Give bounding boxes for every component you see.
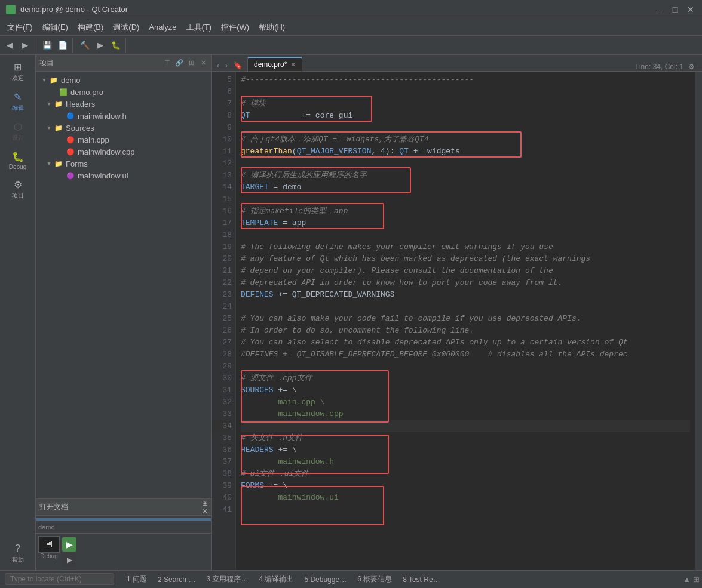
tree-item-mainwindow-cpp[interactable]: 🔴 mainwindow.cpp <box>36 146 211 158</box>
menu-analyze[interactable]: Analyze <box>144 20 181 34</box>
menu-tools[interactable]: 工具(T) <box>182 20 217 35</box>
new-file-button[interactable]: 📄 <box>56 38 70 53</box>
status-tab-problems[interactable]: 1 问题 <box>122 572 152 587</box>
tree-folder-forms[interactable]: ▼ 📁 Forms <box>36 158 211 170</box>
close-button[interactable]: ✕ <box>685 4 696 15</box>
open-files-expand-icon[interactable]: ⊞ <box>202 499 208 507</box>
code-line-37: mainwindow.h <box>241 456 690 468</box>
filter-icon[interactable]: ⊤ <box>163 59 172 68</box>
line-num-28: 28 <box>212 349 232 361</box>
headers-folder-icon: 📁 <box>54 99 63 109</box>
line-num-38: 38 <box>212 468 232 480</box>
code-line-33: mainwindow.cpp <box>241 408 690 420</box>
code-editor: 5678910111213141516171819202122232425262… <box>212 72 702 570</box>
open-files-header: 打开文档 ⊞ ✕ <box>36 499 211 516</box>
tree-folder-sources[interactable]: ▼ 📁 Sources <box>36 122 211 134</box>
sidebar-item-edit[interactable]: ✎ 编辑 <box>4 87 32 116</box>
welcome-icon: ⊞ <box>12 61 24 73</box>
run-play-button[interactable]: ▶ <box>62 537 76 552</box>
run-controls: ▶ ▶ 🔨 <box>62 537 76 570</box>
link-icon[interactable]: 🔗 <box>174 59 184 68</box>
menubar: 文件(F) 编辑(E) 构建(B) 调试(D) Analyze 工具(T) 控件… <box>0 19 702 36</box>
code-content[interactable]: #---------------------------------------… <box>236 72 695 570</box>
project-header-icons: ⊤ 🔗 ⊞ ✕ <box>163 59 208 68</box>
debug-run-button[interactable]: 🐛 <box>109 38 123 53</box>
sidebar-item-debug[interactable]: 🐛 Debug <box>4 147 32 174</box>
left-sidebar: ⊞ 欢迎 ✎ 编辑 ⬡ 设计 🐛 Debug ⚙ 项目 ? 帮助 <box>0 55 36 570</box>
tab-info: Line: 34, Col: 1 ⚙ <box>635 63 700 71</box>
code-line-31: SOURCES += \ <box>241 384 690 396</box>
status-tab-compile[interactable]: 4 编译输出 <box>254 572 298 587</box>
sidebar-item-help[interactable]: ? 帮助 <box>4 539 32 568</box>
tree-item-demo-pro[interactable]: 🟩 demo.pro <box>36 86 211 98</box>
sidebar-item-project[interactable]: ⚙ 项目 <box>4 175 32 204</box>
locator-input[interactable] <box>5 573 114 585</box>
menu-debug[interactable]: 调试(D) <box>108 20 144 35</box>
tab-label-demo-pro: demo.pro* <box>254 60 287 69</box>
menu-edit[interactable]: 编辑(E) <box>38 20 73 35</box>
menu-controls[interactable]: 控件(W) <box>216 20 254 35</box>
tree-folder-headers[interactable]: ▼ 📁 Headers <box>36 98 211 110</box>
editor-settings-icon[interactable]: ⚙ <box>688 63 695 71</box>
project-panel-title: 项目 <box>39 58 163 68</box>
code-line-16: # 指定makefile的类型，app <box>241 205 690 217</box>
minimize-button[interactable]: ─ <box>654 4 665 15</box>
run-step-button[interactable]: ▶ <box>62 553 76 567</box>
run-step-icon: ▶ <box>67 556 72 564</box>
cursor-position: Line: 34, Col: 1 <box>635 63 683 71</box>
back-button[interactable]: ◀ <box>2 38 17 53</box>
line-num-8: 8 <box>212 110 232 122</box>
tab-demo-pro[interactable]: demo.pro* ✕ <box>247 57 302 71</box>
code-line-14: TARGET = demo <box>241 181 690 193</box>
code-line-38: # ui文件 .ui文件 <box>241 468 690 480</box>
tab-next-button[interactable]: › <box>223 60 230 71</box>
line-num-41: 41 <box>212 504 232 516</box>
code-line-18 <box>241 229 690 241</box>
status-tab-debug[interactable]: 5 Debugge… <box>299 573 351 586</box>
open-files-title: 打开文档 <box>39 502 202 512</box>
status-tab-test[interactable]: 8 Test Re… <box>398 573 445 586</box>
line-num-22: 22 <box>212 277 232 289</box>
tree-item-main-cpp[interactable]: 🔴 main.cpp <box>36 134 211 146</box>
close-panel-icon[interactable]: ✕ <box>198 59 208 68</box>
menu-build[interactable]: 构建(B) <box>73 20 108 35</box>
menu-help[interactable]: 帮助(H) <box>254 20 290 35</box>
line-num-27: 27 <box>212 337 232 349</box>
forward-button[interactable]: ▶ <box>18 38 32 53</box>
split-icon[interactable]: ⊞ <box>186 59 196 68</box>
tree-item-mainwindow-ui[interactable]: 🟣 mainwindow.ui <box>36 170 211 181</box>
code-line-5: #---------------------------------------… <box>241 74 690 86</box>
code-line-22: # deprecated API in order to know how to… <box>241 277 690 289</box>
status-expand-icon[interactable]: ⊞ <box>693 575 700 584</box>
line-num-14: 14 <box>212 181 232 193</box>
tab-close-button[interactable]: ✕ <box>290 61 296 69</box>
tab-prev-button[interactable]: ‹ <box>214 60 222 71</box>
status-tab-app[interactable]: 3 应用程序… <box>201 572 253 587</box>
code-line-7: # 模块 <box>241 98 690 110</box>
sidebar-item-welcome[interactable]: ⊞ 欢迎 <box>4 57 32 86</box>
project-tree: ▼ 📁 demo 🟩 demo.pro ▼ <box>36 72 211 498</box>
code-line-39: FORMS += \ <box>241 480 690 492</box>
status-tab-summary[interactable]: 6 概要信息 <box>352 572 397 587</box>
help-icon: ? <box>12 543 24 555</box>
run-button[interactable]: ▶ <box>93 38 108 53</box>
open-files-close-icon[interactable]: ✕ <box>202 507 208 516</box>
h-file-icon: 🔵 <box>66 111 75 121</box>
line-num-10: 10 <box>212 134 232 146</box>
maximize-button[interactable]: □ <box>670 4 680 15</box>
editor-scrollbar[interactable] <box>695 72 702 570</box>
tree-item-mainwindow-h[interactable]: 🔵 mainwindow.h <box>36 110 211 122</box>
build-button[interactable]: 🔨 <box>78 38 92 53</box>
sidebar-item-design[interactable]: ⬡ 设计 <box>4 117 32 146</box>
status-tab-search[interactable]: 2 Search … <box>153 573 200 586</box>
status-up-icon[interactable]: ▲ <box>683 575 691 584</box>
code-line-41 <box>241 504 690 516</box>
save-button[interactable]: 💾 <box>40 38 54 53</box>
toolbar: ◀ ▶ 💾 📄 🔨 ▶ 🐛 <box>0 36 702 55</box>
code-line-12 <box>241 158 690 170</box>
tab-bookmark-button[interactable]: 🔖 <box>231 60 245 71</box>
tree-folder-sources-label: Sources <box>66 124 94 133</box>
menu-file[interactable]: 文件(F) <box>2 20 38 35</box>
sidebar-item-label-help: 帮助 <box>12 556 24 564</box>
tree-root-demo[interactable]: ▼ 📁 demo <box>36 74 211 86</box>
